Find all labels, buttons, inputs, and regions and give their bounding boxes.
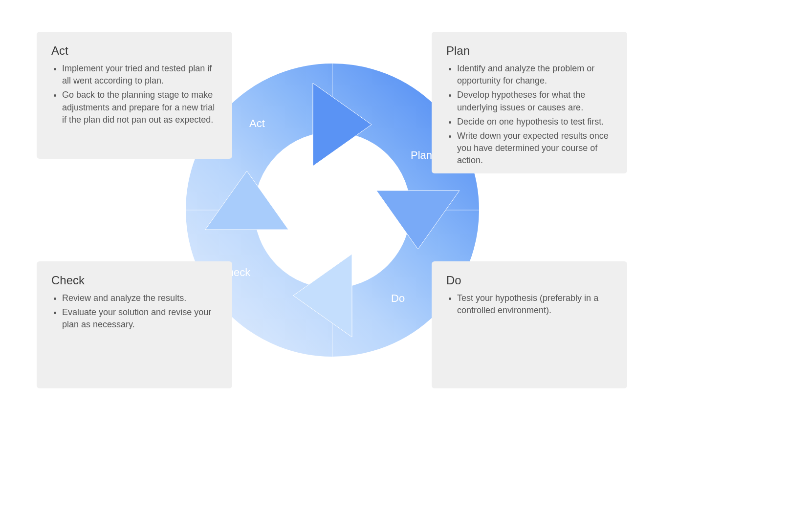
box-plan: Plan Identify and analyze the problem or…: [432, 32, 627, 173]
list-item: Test your hypothesis (preferably in a co…: [457, 292, 613, 317]
list-item: Evaluate your solution and revise your p…: [62, 306, 218, 331]
box-plan-list: Identify and analyze the problem or oppo…: [446, 63, 613, 167]
list-item: Write down your expected results once yo…: [457, 130, 613, 167]
list-item: Go back to the planning stage to make ad…: [62, 89, 218, 126]
list-item: Develop hypotheses for what the underlyi…: [457, 89, 613, 113]
box-do-list: Test your hypothesis (preferably in a co…: [446, 292, 613, 317]
box-check: Check Review and analyze the results. Ev…: [37, 261, 232, 388]
box-do-title: Do: [446, 274, 613, 287]
box-act: Act Implement your tried and tested plan…: [37, 32, 232, 159]
list-item: Identify and analyze the problem or oppo…: [457, 63, 613, 87]
list-item: Decide on one hypothesis to test first.: [457, 116, 613, 128]
list-item: Review and analyze the results.: [62, 292, 218, 304]
box-act-title: Act: [51, 44, 218, 58]
box-check-list: Review and analyze the results. Evaluate…: [51, 292, 218, 331]
list-item: Implement your tried and tested plan if …: [62, 63, 218, 87]
pdca-diagram: Act Plan Do Check Act Implement your tri…: [0, 0, 810, 532]
box-check-title: Check: [51, 274, 218, 287]
box-plan-title: Plan: [446, 44, 613, 58]
box-act-list: Implement your tried and tested plan if …: [51, 63, 218, 126]
box-do: Do Test your hypothesis (preferably in a…: [432, 261, 627, 388]
